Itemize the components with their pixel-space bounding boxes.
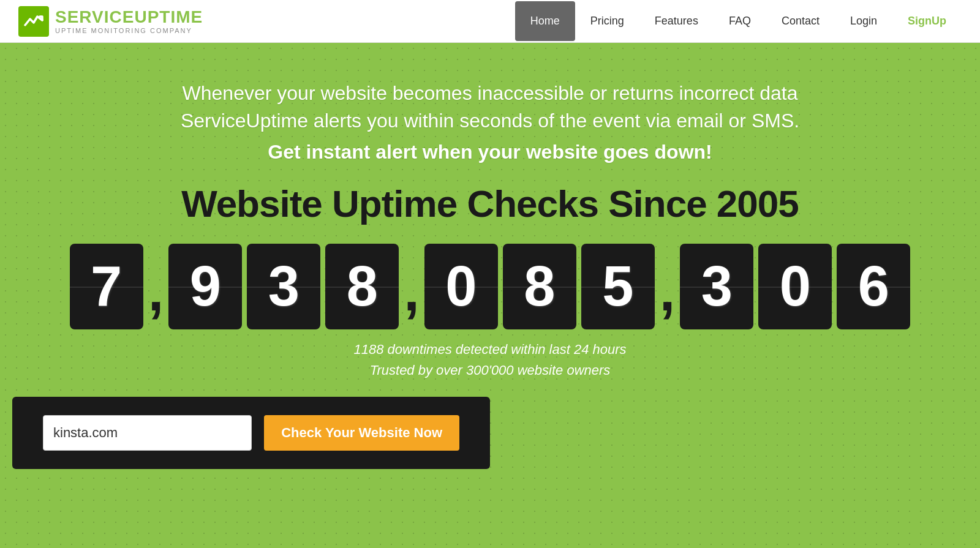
hero-title: Website Uptime Checks Since 2005 — [12, 182, 968, 225]
nav-contact[interactable]: Contact — [766, 1, 835, 41]
counter-digit-4: 8 — [325, 244, 399, 329]
logo-prefix: SERVICE — [55, 7, 134, 26]
cta-box: Check Your Website Now — [12, 397, 490, 469]
nav-home[interactable]: Home — [515, 1, 575, 41]
counter-digit-7: 5 — [581, 244, 655, 329]
counter-display: 7 , 9 3 8 , 0 8 5 , 3 0 6 — [12, 244, 968, 329]
hero-tagline: Whenever your website becomes inaccessib… — [123, 80, 858, 135]
nav-features[interactable]: Features — [639, 1, 714, 41]
counter-comma-3: , — [660, 259, 676, 329]
counter-comma-2: , — [404, 259, 420, 329]
nav-pricing[interactable]: Pricing — [575, 1, 639, 41]
logo-subtitle: UPTIME MONITORING COMPANY — [55, 27, 203, 34]
hero-cta: Get instant alert when your website goes… — [12, 141, 968, 163]
counter-digit-5: 0 — [424, 244, 498, 329]
hero-content: Whenever your website becomes inaccessib… — [12, 67, 968, 469]
counter-digit-1: 7 — [70, 244, 143, 329]
logo[interactable]: SERVICEUPTIME UPTIME MONITORING COMPANY — [18, 6, 203, 37]
logo-suffix: UPTIME — [134, 7, 203, 26]
nav-login[interactable]: Login — [835, 1, 892, 41]
nav-signup[interactable]: SignUp — [892, 1, 962, 41]
counter-digit-10: 6 — [837, 244, 910, 329]
check-website-button[interactable]: Check Your Website Now — [264, 415, 459, 451]
counter-digit-3: 3 — [247, 244, 320, 329]
logo-text: SERVICEUPTIME UPTIME MONITORING COMPANY — [55, 8, 203, 34]
counter-digit-9: 0 — [758, 244, 832, 329]
stat-downtimes: 1188 downtimes detected within last 24 h… — [12, 342, 968, 358]
counter-digit-2: 9 — [168, 244, 242, 329]
counter-digit-8: 3 — [680, 244, 753, 329]
hero-section: Whenever your website becomes inaccessib… — [0, 43, 980, 548]
url-input[interactable] — [43, 415, 252, 451]
counter-digit-6: 8 — [503, 244, 576, 329]
stat-trusted: Trusted by over 300'000 website owners — [12, 362, 968, 378]
nav-faq[interactable]: FAQ — [714, 1, 766, 41]
logo-name: SERVICEUPTIME — [55, 8, 203, 27]
counter-comma-1: , — [148, 259, 164, 329]
navbar: SERVICEUPTIME UPTIME MONITORING COMPANY … — [0, 0, 980, 43]
logo-icon — [18, 6, 49, 37]
nav-links: Home Pricing Features FAQ Contact Login … — [515, 1, 962, 41]
